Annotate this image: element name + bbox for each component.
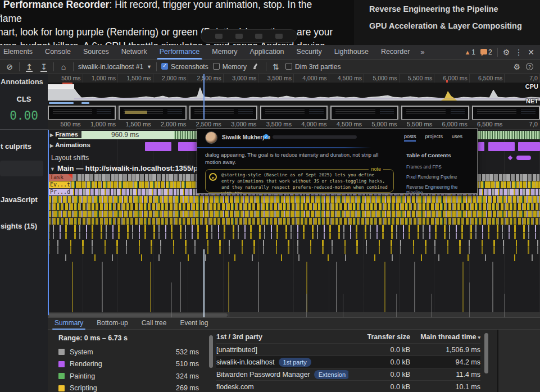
ruler-tick: 7,0 <box>505 74 540 83</box>
preview-nav: posts projects uses <box>404 134 462 142</box>
layout-shifts-track-label[interactable]: Layout shifts <box>51 154 89 162</box>
viewport-left-edge-line <box>48 130 49 315</box>
insight-layout-shift-culprits[interactable]: t culprits <box>1 142 48 151</box>
table-row[interactable]: [unattributed] 0.0 kB 1,506.9 ms <box>216 343 480 355</box>
toc-link: Pixel Rendering Pipeline <box>406 174 475 180</box>
layout-shift-marker[interactable] <box>508 156 512 160</box>
screenshot-thumbnail[interactable] <box>189 106 257 120</box>
insights-count[interactable]: sights (15) <box>1 222 48 230</box>
animation-bar[interactable] <box>488 142 515 151</box>
table-row[interactable]: flodesk.com 0.0 kB 10.1 ms <box>216 380 480 392</box>
screenshot-filmstrip <box>48 106 540 120</box>
screenshot-thumbnail[interactable] <box>260 106 328 120</box>
divider <box>497 48 498 57</box>
tab-recorder[interactable]: Recorder <box>375 45 416 60</box>
screenshots-checkbox[interactable]: Screenshots <box>161 62 208 71</box>
screenshot-thumbnail[interactable] <box>48 106 116 120</box>
nav-uses: uses <box>452 134 462 142</box>
animation-bar[interactable] <box>178 142 197 151</box>
ruler-tick: 4,500 ms <box>329 74 365 83</box>
tab-event-log[interactable]: Event log <box>173 317 215 330</box>
kebab-menu-icon[interactable]: ⋮ <box>515 48 523 57</box>
screenshot-root: . Performance Recorder: Hit record, trig… <box>0 0 540 392</box>
tab-elements[interactable]: Elements <box>0 45 39 60</box>
capture-settings-gear-icon[interactable]: ⚙ <box>513 62 520 71</box>
insight-javascript[interactable]: JavaScript <box>1 195 48 204</box>
task-bar[interactable]: Task <box>48 174 72 181</box>
more-tabs-icon[interactable]: » <box>416 45 429 60</box>
tab-lighthouse[interactable]: Lighthouse <box>328 45 375 60</box>
task-separator-line <box>396 294 397 317</box>
ruler-tick: 2,000 ms <box>153 74 189 83</box>
annotations-header[interactable]: Annotations <box>1 78 48 86</box>
issues-indicator[interactable]: 2 <box>480 48 492 56</box>
ruler-tick: 7,0 <box>505 120 540 129</box>
animation-bar[interactable] <box>518 142 540 151</box>
avatar <box>205 131 217 144</box>
live-metrics-home-icon[interactable]: ⌂ <box>58 62 69 71</box>
tab-performance[interactable]: Performance <box>153 45 206 60</box>
insight-card[interactable] <box>0 161 43 176</box>
overview-cursor-line <box>203 74 205 120</box>
divider <box>197 147 371 148</box>
main-thread-flame-chart[interactable]: Task Ev...t Pr...d <box>48 174 540 317</box>
screenshot-thumbnail[interactable] <box>401 106 469 120</box>
event-bar[interactable]: Ev...t <box>48 181 70 188</box>
tab-summary[interactable]: Summary <box>48 317 90 330</box>
cls-metric-card[interactable]: CLS 0.00 <box>2 95 46 122</box>
tab-network[interactable]: Network <box>115 45 153 60</box>
history-dropdown[interactable]: siwalik-in.localhost #1 ▼ <box>78 63 152 71</box>
animation-bar[interactable] <box>145 142 171 151</box>
net-axis-label: NET <box>526 98 538 104</box>
devtools-tab-bar: Elements Console Sources Network Perform… <box>0 45 540 60</box>
animations-track-label[interactable]: ▶Animations <box>49 141 94 149</box>
scrollbar-thumb[interactable] <box>484 333 488 373</box>
divider <box>266 62 266 71</box>
note-label: note <box>369 166 383 172</box>
screenshot-thumbnail[interactable] <box>472 106 540 120</box>
col-transfer-size[interactable]: Transfer size <box>348 331 410 343</box>
divider <box>0 129 48 130</box>
animation-bar[interactable] <box>478 142 484 151</box>
help-icon[interactable]: ? <box>526 63 533 70</box>
network-segment <box>49 102 74 104</box>
layout-shift-marker[interactable] <box>516 156 531 160</box>
table-row[interactable]: siwalik-in.localhost1st party 0.0 kB 94.… <box>216 355 480 368</box>
horizontal-scrollbar[interactable] <box>48 312 540 317</box>
col-party[interactable]: 1st / 3rd party <box>216 331 348 343</box>
save-profile-icon[interactable]: ↧ <box>39 62 49 71</box>
warnings-indicator[interactable]: ▲1 <box>464 48 475 56</box>
table-row[interactable]: Bitwarden Password ManagerExtension 0.0 … <box>216 368 480 380</box>
col-main-thread-time[interactable]: Main thread time▾ <box>410 331 480 343</box>
memory-checkbox[interactable]: Memory <box>213 62 247 71</box>
tab-call-tree[interactable]: Call tree <box>135 317 174 330</box>
tab-console[interactable]: Console <box>39 45 77 60</box>
tab-application[interactable]: Application <box>243 45 290 60</box>
screenshot-thumbnail[interactable] <box>330 106 398 120</box>
issues-icon <box>480 49 487 54</box>
tab-bottom-up[interactable]: Bottom-up <box>90 317 134 330</box>
page-toc-link-reverse-engineering[interactable]: Reverse Engineering the Pipeline <box>369 3 532 15</box>
page-toc-link-gpu-acceleration[interactable]: GPU Acceleration & Layer Compositing <box>369 20 532 32</box>
dock-icon <box>235 34 243 39</box>
scrollbar-thumb[interactable] <box>48 313 228 317</box>
settings-gear-icon[interactable]: ⚙ <box>503 48 510 57</box>
cpu-throttle-icon[interactable]: ⇅ <box>271 62 281 71</box>
summary-scrollbar[interactable] <box>209 335 213 387</box>
scrollbar-thumb[interactable] <box>209 335 213 368</box>
range-label: Range: 0 ms – 6.73 s <box>58 334 128 342</box>
load-profile-icon[interactable]: ↥ <box>24 62 34 71</box>
frames-track-label[interactable]: ▶Frames <box>49 130 81 138</box>
table-scrollbar[interactable] <box>484 333 488 389</box>
tab-memory[interactable]: Memory <box>206 45 243 60</box>
prepaint-bar[interactable]: Pr...d <box>48 189 70 195</box>
clear-recording-icon[interactable]: ⊘ <box>4 62 15 71</box>
tab-security[interactable]: Security <box>291 45 328 60</box>
close-devtools-icon[interactable]: ✕ <box>528 48 534 57</box>
screenshot-thumbnail[interactable] <box>119 106 187 120</box>
dim-3rd-parties-checkbox[interactable]: Dim 3rd parties <box>285 62 341 71</box>
tab-sources[interactable]: Sources <box>77 45 115 60</box>
legend-row-painting: Painting 324 ms <box>58 370 199 382</box>
collect-garbage-icon[interactable] <box>251 62 261 71</box>
expander-icon: ▶ <box>50 143 53 148</box>
